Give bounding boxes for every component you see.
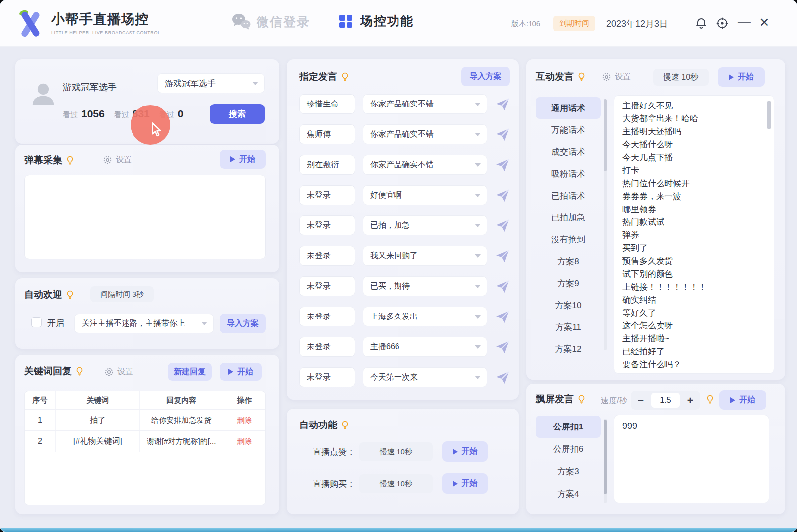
gear-icon: [602, 72, 611, 82]
tab-script-category[interactable]: 通用话术: [536, 97, 601, 119]
tab-script-category[interactable]: 成交话术: [536, 141, 601, 163]
message-select[interactable]: 我又来回购了: [363, 246, 487, 266]
send-icon[interactable]: [495, 310, 510, 324]
control-features-label: 场控功能: [360, 13, 414, 29]
send-icon[interactable]: [495, 127, 510, 142]
message-select[interactable]: 你家产品确实不错: [363, 94, 487, 114]
keyword-start-button[interactable]: 开始: [220, 363, 262, 381]
script-message-line: 等好久了: [622, 307, 766, 319]
welcome-enable-label: 开启: [47, 318, 64, 329]
tab-script-category[interactable]: 吸粉话术: [536, 163, 601, 185]
tab-script-category[interactable]: 没有抢到: [536, 228, 601, 250]
message-select[interactable]: 今天第一次来: [363, 367, 487, 387]
sender-name-input[interactable]: 焦师傅: [299, 124, 355, 144]
delete-link[interactable]: 删除: [237, 416, 252, 425]
live-buy-speed-chip[interactable]: 慢速 10秒: [359, 474, 433, 493]
interactive-start-button[interactable]: 开始: [718, 67, 765, 87]
send-icon[interactable]: [495, 340, 510, 354]
sender-name-input[interactable]: 别在敷衍: [299, 155, 355, 175]
live-like-label: 直播点赞：: [313, 446, 355, 458]
interactive-settings-button[interactable]: 设置: [602, 72, 631, 82]
send-icon[interactable]: [495, 97, 510, 111]
send-icon[interactable]: [495, 188, 510, 203]
welcome-message-select[interactable]: 关注主播不迷路，主播带你上: [74, 314, 214, 333]
notification-bell-icon[interactable]: [694, 16, 708, 30]
messages-scrollbar-thumb[interactable]: [767, 101, 771, 129]
message-select[interactable]: 已拍，加急: [363, 215, 487, 235]
play-icon: [228, 369, 233, 375]
floating-start-button[interactable]: 开始: [719, 390, 766, 410]
new-reply-button[interactable]: 新建回复: [168, 363, 212, 381]
col-header-action: 操作: [223, 391, 265, 409]
sender-name-input[interactable]: 未登录: [299, 185, 355, 205]
gear-icon: [103, 155, 112, 165]
keyword-table-header: 序号 关键词 回复内容 操作: [25, 391, 265, 410]
floating-content-panel[interactable]: 999: [614, 415, 769, 503]
message-select[interactable]: 你家产品确实不错: [363, 155, 487, 175]
sender-name-input[interactable]: 未登录: [299, 307, 355, 326]
tab-script-category[interactable]: 已拍话术: [536, 185, 601, 207]
speed-increase-button[interactable]: +: [680, 394, 700, 406]
chevron-down-icon: [475, 345, 481, 349]
tab-script-category[interactable]: 万能话术: [536, 119, 601, 141]
tab-floating-plan[interactable]: 公屏扣1: [536, 416, 601, 438]
tab-script-category[interactable]: 方案10: [536, 294, 601, 316]
send-icon[interactable]: [495, 279, 510, 294]
nav-wechat-login[interactable]: 微信登录: [231, 13, 310, 31]
interactive-speech-card: 互动发言 设置 慢速 10秒 开始 通用话术 万能话术: [526, 59, 785, 380]
floating-scrollbar-thumb[interactable]: [604, 420, 607, 494]
interactive-speed-chip[interactable]: 慢速 10秒: [653, 69, 709, 86]
room-select[interactable]: 游戏冠军选手: [157, 73, 265, 93]
designated-import-plan-button[interactable]: 导入方案: [461, 67, 510, 86]
close-button[interactable]: ✕: [757, 14, 772, 31]
script-message-line: 试下别的颜色: [622, 268, 766, 281]
script-messages-panel[interactable]: 主播好久不见 大货都拿出来！哈哈 主播明天还播吗 今天播什么呀 今天几点下播 打…: [614, 95, 774, 374]
send-icon[interactable]: [495, 218, 510, 233]
welcome-enable-checkbox[interactable]: [31, 317, 42, 327]
live-buy-start-button[interactable]: 开始: [442, 473, 488, 494]
live-like-start-button[interactable]: 开始: [442, 441, 488, 462]
tab-script-category[interactable]: 已拍加急: [536, 207, 601, 228]
tab-script-category[interactable]: 方案11: [536, 316, 601, 338]
cell-reply: 给你安排加急发货: [140, 410, 223, 430]
sender-name-input[interactable]: 未登录: [299, 337, 355, 357]
send-icon[interactable]: [495, 249, 510, 263]
nav-control-features[interactable]: 场控功能: [338, 13, 414, 29]
sender-name-input[interactable]: 未登录: [299, 276, 355, 296]
send-icon[interactable]: [495, 370, 510, 385]
send-icon[interactable]: [495, 158, 510, 172]
sender-name-input[interactable]: 未登录: [299, 246, 355, 266]
tab-script-category[interactable]: 方案8: [536, 250, 601, 272]
tab-floating-plan[interactable]: 公屏扣6: [536, 438, 601, 460]
message-select[interactable]: 你家产品确实不错: [363, 124, 487, 144]
tab-script-category[interactable]: 方案9: [536, 272, 601, 294]
speed-decrease-button[interactable]: −: [631, 394, 651, 406]
tabs-scrollbar-thumb[interactable]: [604, 99, 607, 171]
danmu-start-button[interactable]: 开始: [220, 150, 266, 169]
live-like-speed-chip[interactable]: 慢速 10秒: [359, 442, 433, 461]
minimize-button[interactable]: —: [737, 14, 752, 31]
tab-script-category[interactable]: 方案12: [536, 338, 601, 360]
version-label: 版本:106: [511, 19, 540, 29]
tab-floating-plan[interactable]: 方案3: [536, 460, 601, 483]
search-button[interactable]: 搜索: [210, 104, 265, 124]
delete-link[interactable]: 删除: [237, 437, 252, 446]
play-icon: [729, 74, 734, 80]
welcome-import-plan-button[interactable]: 导入方案: [220, 314, 266, 333]
sender-name-input[interactable]: 未登录: [299, 367, 355, 387]
keyword-settings-button[interactable]: 设置: [104, 367, 133, 377]
tab-floating-plan[interactable]: 方案4: [536, 483, 601, 505]
settings-target-icon[interactable]: [715, 16, 729, 30]
message-select[interactable]: 好便宜啊: [363, 185, 487, 205]
message-select[interactable]: 上海多久发出: [363, 307, 487, 326]
message-select[interactable]: 主播666: [363, 337, 487, 357]
cell-no: 1: [25, 410, 56, 430]
speed-value[interactable]: 1.5: [651, 393, 680, 408]
tip-bulb-icon: [66, 290, 74, 299]
sender-name-input[interactable]: 珍惜生命: [299, 94, 355, 114]
danmu-capture-textarea[interactable]: [24, 175, 266, 259]
danmu-settings-button[interactable]: 设置: [103, 155, 132, 165]
welcome-interval-chip[interactable]: 间隔时间 3秒: [90, 286, 154, 302]
message-select[interactable]: 已买，期待: [363, 276, 487, 296]
sender-name-input[interactable]: 未登录: [299, 215, 355, 235]
